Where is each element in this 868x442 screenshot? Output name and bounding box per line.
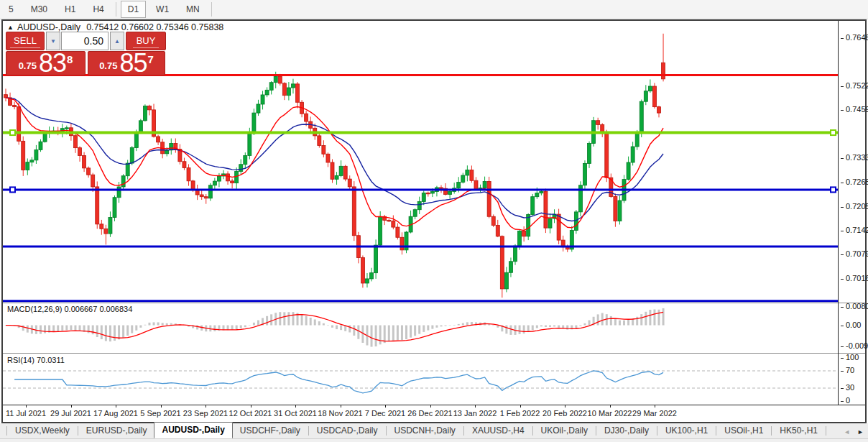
chart-tab-hk50[interactable]: HK50-,H1: [772, 423, 825, 438]
tab-separator: [532, 426, 533, 436]
candle: [601, 123, 604, 137]
line-handle[interactable]: [10, 187, 15, 192]
candle: [370, 268, 374, 282]
time-tick: [341, 405, 341, 408]
candle: [322, 140, 326, 157]
axis-tick-label: 0.75220: [846, 81, 868, 90]
timeframe-d1[interactable]: D1: [121, 1, 146, 18]
axis-tick: [841, 231, 844, 231]
buy-price-display[interactable]: 0.75857: [88, 51, 165, 75]
candle: [269, 81, 273, 94]
rsi-line: [14, 371, 663, 393]
candle: [26, 158, 29, 175]
time-axis-label: 13 Jan 2022: [453, 409, 497, 418]
candle: [157, 135, 160, 145]
candle: [147, 105, 151, 116]
candle: [504, 267, 508, 292]
volume-increase-button[interactable]: ▲: [110, 32, 124, 50]
line-handle[interactable]: [831, 187, 836, 192]
axis-tick: [841, 110, 844, 111]
axis-tick-label: 0.70795: [846, 249, 868, 258]
candle: [187, 164, 190, 185]
chart-window-audusd: ▲AUDUSD-,Daily0.75412 0.76602 0.75346 0.…: [1, 19, 867, 423]
sell-price-display[interactable]: 0.75838: [6, 51, 86, 75]
time-tick: [71, 405, 72, 408]
time-axis-label: 7 Dec 2021: [365, 409, 405, 418]
candle: [631, 142, 634, 165]
timeframe-h1[interactable]: H1: [57, 1, 83, 18]
candle: [466, 165, 469, 181]
axis-tick-label: 0.74590: [846, 105, 868, 114]
chart-title: ▲AUDUSD-,Daily0.75412 0.76602 0.75346 0.…: [7, 22, 223, 32]
timeframe-mn[interactable]: MN: [179, 1, 207, 18]
candle: [73, 132, 77, 153]
candle: [500, 235, 504, 298]
macd-histogram: [5, 308, 665, 347]
candle: [583, 160, 586, 190]
time-axis-label: 17 Aug 2021: [93, 409, 138, 418]
timeframe-w1[interactable]: W1: [149, 1, 176, 18]
time-tick: [251, 405, 251, 408]
time-tick: [565, 405, 565, 408]
time-tick: [430, 405, 431, 408]
volume-input[interactable]: [61, 32, 108, 50]
candle: [121, 174, 125, 190]
tabs-scroll-right-icon[interactable]: ►: [857, 428, 864, 436]
chart-tab-usoil[interactable]: USOil-,H1: [717, 423, 770, 438]
line-handle[interactable]: [10, 130, 15, 135]
chart-tab-xauusd[interactable]: XAUUSD-,H4: [465, 423, 532, 438]
candle: [365, 273, 369, 287]
chart-tab-uk100[interactable]: UK100-,H1: [658, 423, 715, 438]
timeframe-m30[interactable]: M30: [24, 1, 55, 18]
candle: [470, 165, 474, 183]
candle: [396, 224, 400, 240]
chart-tab-usdcad[interactable]: USDCAD-,Daily: [310, 423, 385, 438]
buy-button[interactable]: BUY: [126, 32, 166, 50]
line-handle[interactable]: [831, 130, 836, 135]
candle: [318, 132, 321, 147]
candle: [652, 83, 656, 109]
candle: [126, 160, 129, 179]
toolbar-separator: [211, 2, 212, 17]
chart-tab-ukoil[interactable]: UKOil-,Daily: [534, 423, 595, 438]
tab-separator: [386, 426, 387, 436]
time-tick: [655, 405, 655, 408]
chart-tab-eurusd[interactable]: EURUSD-,Daily: [79, 423, 154, 438]
timeframe-h4[interactable]: H4: [86, 1, 111, 18]
candle: [483, 177, 486, 190]
timeframe-5[interactable]: 5: [1, 1, 21, 18]
price-axis[interactable]: 0.764800.752200.745900.733300.726850.720…: [839, 21, 867, 405]
axis-tick-label: 0.72685: [846, 178, 868, 186]
chart-tab-dj30[interactable]: DJ30-,Daily: [597, 423, 656, 438]
candle: [183, 158, 186, 170]
candle: [557, 209, 560, 244]
chart-tab-usdcnh[interactable]: USDCNH-,Daily: [387, 423, 463, 438]
time-axis[interactable]: 11 Jul 202129 Jul 202117 Aug 20215 Sep 2…: [3, 405, 865, 422]
candle: [509, 257, 512, 277]
chart-tab-usdchf[interactable]: USDCHF-,Daily: [233, 423, 308, 438]
candle: [335, 172, 338, 185]
rsi-panel-canvas[interactable]: [3, 354, 838, 405]
sell-button[interactable]: SELL: [6, 32, 45, 50]
chart-tab-bar: USDX,WeeklyEURUSD-,DailyAUDUSD-,DailyUSD…: [0, 423, 868, 439]
candle: [348, 175, 351, 190]
axis-tick-label: 0.73330: [846, 153, 868, 162]
candle: [296, 82, 300, 108]
chart-tab-usdx[interactable]: USDX,Weekly: [8, 423, 77, 438]
candle: [417, 197, 421, 214]
candle: [170, 139, 173, 155]
candle: [34, 145, 38, 164]
time-axis-label: 10 Mar 2022: [588, 409, 632, 418]
candle: [648, 79, 652, 92]
tabs-scroll-left-icon[interactable]: ◄: [844, 428, 850, 436]
candle: [265, 87, 269, 97]
candle: [627, 157, 630, 180]
candle: [343, 165, 347, 181]
chart-tab-audusd[interactable]: AUDUSD-,Daily: [154, 422, 232, 438]
time-tick: [206, 405, 206, 408]
axis-tick: [841, 279, 844, 280]
axis-tick-label: 30: [846, 383, 854, 392]
candle: [487, 177, 491, 218]
volume-decrease-button[interactable]: ▼: [46, 32, 60, 50]
candle: [361, 255, 364, 287]
